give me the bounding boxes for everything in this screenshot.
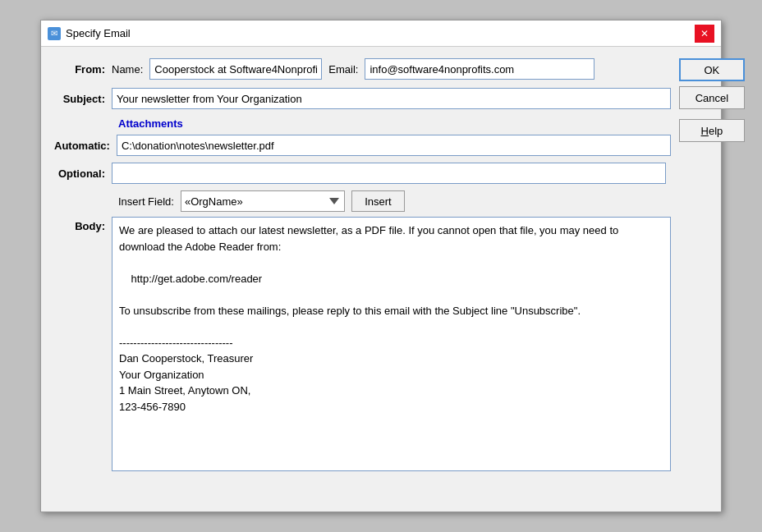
insert-field-row: Insert Field: «OrgName» «FirstName» «Las… xyxy=(118,190,671,212)
insert-button[interactable]: Insert xyxy=(351,190,405,212)
optional-row: Optional: xyxy=(54,163,671,184)
body-section: Body: We are pleased to attach our lates… xyxy=(54,217,671,471)
dialog-title: Specify Email xyxy=(66,27,131,39)
form-area: From: Name: Email: Subject: xyxy=(54,58,671,471)
ok-button[interactable]: OK xyxy=(679,58,745,81)
cancel-button-label: Cancel xyxy=(695,92,728,104)
side-buttons: OK Cancel Help xyxy=(679,58,745,471)
body-label: Body: xyxy=(54,217,112,232)
from-name-input[interactable] xyxy=(149,58,322,80)
title-bar-left: ✉ Specify Email xyxy=(48,27,131,40)
email-sublabel: Email: xyxy=(328,63,358,76)
from-fields: Name: Email: xyxy=(112,58,671,80)
automatic-row: Automatic: xyxy=(54,135,671,156)
dialog-content: From: Name: Email: Subject: xyxy=(41,47,721,483)
body-textarea[interactable]: We are pleased to attach our latest news… xyxy=(112,217,671,471)
attachments-section: Attachments Automatic: Optional: xyxy=(54,117,671,184)
optional-input[interactable] xyxy=(112,163,666,184)
subject-label: Subject: xyxy=(54,93,112,105)
optional-label: Optional: xyxy=(54,167,112,180)
ok-button-label: OK xyxy=(704,64,719,76)
insert-button-label: Insert xyxy=(365,195,392,208)
close-button[interactable]: ✕ xyxy=(695,25,714,43)
from-email-input[interactable] xyxy=(365,58,594,80)
subject-input[interactable] xyxy=(112,88,671,109)
help-button-label: Help xyxy=(701,125,723,137)
from-label: From: xyxy=(54,63,112,76)
main-layout: From: Name: Email: Subject: xyxy=(54,58,708,471)
cancel-button[interactable]: Cancel xyxy=(679,86,745,109)
from-row: From: Name: Email: xyxy=(54,58,671,80)
subject-row: Subject: xyxy=(54,88,671,109)
name-sublabel: Name: xyxy=(112,63,143,76)
insert-field-label: Insert Field: xyxy=(118,195,174,208)
specify-email-dialog: ✉ Specify Email ✕ From: Name: Email: xyxy=(40,20,722,512)
insert-field-select[interactable]: «OrgName» «FirstName» «LastName» «Email» xyxy=(181,190,345,212)
attachments-label: Attachments xyxy=(118,117,183,130)
automatic-label: Automatic: xyxy=(54,140,117,152)
dialog-icon: ✉ xyxy=(48,27,61,40)
title-bar: ✉ Specify Email ✕ xyxy=(41,21,721,47)
close-icon: ✕ xyxy=(700,28,709,39)
help-button[interactable]: Help xyxy=(679,119,745,142)
automatic-input[interactable] xyxy=(117,135,671,156)
